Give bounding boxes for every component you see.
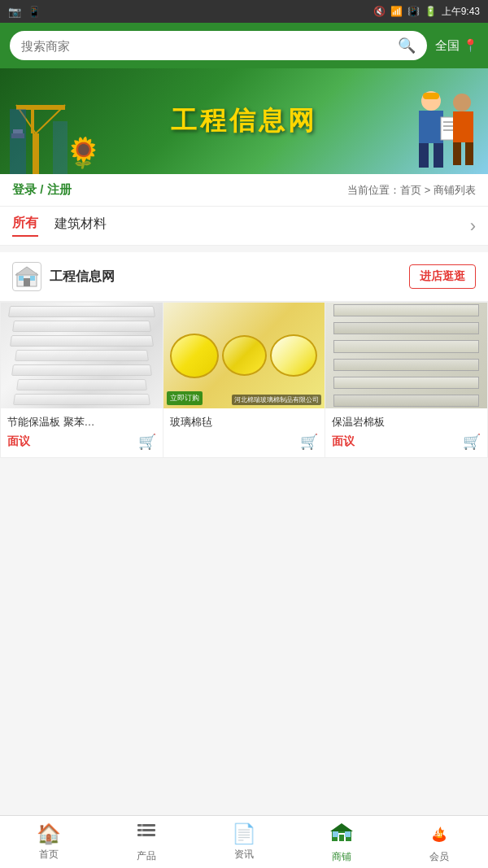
product-price-row: 面议 🛒: [7, 433, 156, 451]
nav-label-products: 产品: [137, 849, 156, 863]
svg-rect-33: [141, 834, 143, 836]
wifi-icon: 📶: [390, 6, 403, 17]
crane-icon: [8, 85, 73, 174]
battery-icon: 🔋: [425, 6, 437, 17]
time-display: 上午9:43: [442, 5, 480, 19]
cart-icon[interactable]: 🛒: [300, 433, 318, 451]
nav-item-news[interactable]: 📄 资讯: [195, 816, 293, 868]
stores-icon: [330, 820, 353, 848]
nav-item-products[interactable]: 产品: [98, 816, 195, 868]
product-price: 面议: [7, 434, 30, 449]
status-left-icons: 📷 📱: [8, 6, 41, 18]
nav-label-member: 会员: [429, 850, 449, 864]
location-label: 全国: [435, 38, 460, 54]
product-grid: 节能保温板 聚苯… 面议 🛒 立即订购 河北棉瑞玻璃棉制品有限公司 玻璃棉毡: [0, 302, 488, 458]
banner-flower: 🌻: [65, 136, 102, 170]
product-info: 节能保温板 聚苯… 面议 🛒: [1, 408, 163, 457]
product-image-insulation: [1, 303, 163, 408]
svg-point-18: [453, 94, 471, 111]
news-icon: 📄: [232, 822, 256, 845]
svg-rect-37: [333, 831, 338, 837]
product-info: 保温岩棉板 面议 🛒: [325, 408, 487, 457]
mute-icon: 🔇: [373, 6, 386, 17]
nav-label-home: 首页: [39, 848, 59, 861]
store-section: 工程信息网 进店逛逛 节能保温板 聚苯… 面议: [0, 252, 488, 458]
search-bar: 🔍 全国 📍: [0, 23, 488, 68]
tab-building-materials[interactable]: 建筑材料: [54, 216, 107, 236]
svg-rect-28: [137, 824, 155, 827]
sim-icon: 📳: [407, 6, 420, 17]
svg-rect-22: [465, 142, 473, 165]
nav-item-member[interactable]: CBI 会员: [390, 816, 488, 868]
product-name: 节能保温板 聚苯…: [7, 415, 156, 430]
product-card[interactable]: 保温岩棉板 面议 🛒: [325, 303, 487, 457]
tab-more-icon[interactable]: ›: [470, 216, 476, 237]
cart-icon[interactable]: 🛒: [463, 433, 481, 451]
nav-label-news: 资讯: [234, 848, 254, 861]
member-icon: CBI: [428, 820, 451, 848]
svg-rect-30: [137, 834, 155, 836]
product-name: 玻璃棉毡: [170, 415, 319, 430]
nav-item-stores[interactable]: 商铺: [293, 816, 390, 868]
product-image-rock-wool: [325, 303, 487, 408]
people-icon: [407, 85, 480, 174]
svg-text:CBI: CBI: [434, 832, 442, 837]
product-name: 保温岩棉板: [332, 415, 481, 430]
svg-rect-26: [19, 276, 24, 281]
product-price-row: 🛒: [170, 433, 319, 451]
location-icon: 📍: [463, 38, 478, 53]
camera-icon: 📷: [8, 6, 21, 18]
search-input-wrap[interactable]: 🔍: [10, 31, 427, 60]
product-card[interactable]: 节能保温板 聚苯… 面议 🛒: [1, 303, 163, 457]
insulation-board-art: [1, 303, 163, 408]
rock-wool-art: [325, 303, 487, 408]
nav-item-home[interactable]: 🏠 首页: [0, 816, 98, 868]
svg-rect-27: [30, 276, 35, 281]
svg-rect-39: [339, 835, 344, 841]
product-company-label: 河北棉瑞玻璃棉制品有限公司: [232, 395, 321, 405]
store-header: 工程信息网 进店逛逛: [0, 252, 488, 302]
svg-rect-7: [10, 109, 26, 174]
empty-content-area: [0, 458, 488, 661]
product-info: 玻璃棉毡 🛒: [163, 408, 325, 457]
bottom-nav-spacer: [0, 661, 488, 714]
svg-rect-0: [33, 133, 39, 174]
banner: 🌻 工程信息网: [0, 68, 488, 174]
phone-icon: 📱: [28, 6, 41, 18]
svg-rect-29: [137, 829, 155, 831]
bottom-nav: 🏠 首页 产品 📄 资讯: [0, 815, 488, 868]
cart-icon[interactable]: 🛒: [138, 433, 156, 451]
status-bar: 📷 📱 🔇 📶 📳 🔋 上午9:43: [0, 0, 488, 23]
svg-rect-38: [345, 831, 351, 837]
svg-rect-12: [419, 143, 429, 168]
store-name-wrap: 工程信息网: [12, 262, 115, 291]
location-wrap[interactable]: 全国 📍: [435, 38, 478, 54]
svg-rect-32: [141, 829, 143, 831]
banner-title: 工程信息网: [171, 103, 317, 139]
visit-store-button[interactable]: 进店逛逛: [409, 264, 476, 289]
nav-label-stores: 商铺: [332, 850, 351, 864]
product-badge: 立即订购: [167, 391, 203, 405]
svg-rect-21: [453, 142, 461, 165]
store-name: 工程信息网: [50, 268, 115, 286]
svg-rect-11: [419, 111, 443, 143]
tab-all[interactable]: 所有: [12, 215, 38, 237]
svg-marker-24: [15, 267, 38, 275]
product-card[interactable]: 立即订购 河北棉瑞玻璃棉制品有限公司 玻璃棉毡 🛒: [163, 303, 325, 457]
search-input[interactable]: [21, 39, 391, 53]
breadcrumb: 当前位置：首页 > 商铺列表: [347, 183, 476, 198]
svg-rect-25: [24, 278, 30, 286]
svg-rect-13: [434, 143, 443, 168]
svg-rect-20: [453, 111, 473, 142]
product-price-row: 面议 🛒: [332, 433, 481, 451]
store-logo-icon: [12, 262, 41, 291]
products-icon: [136, 821, 157, 847]
product-price: 面议: [332, 434, 355, 449]
product-image-glass-wool: 立即订购 河北棉瑞玻璃棉制品有限公司: [163, 303, 325, 408]
status-right-info: 🔇 📶 📳 🔋 上午9:43: [373, 5, 480, 19]
login-register-link[interactable]: 登录 / 注册: [12, 182, 72, 198]
svg-marker-35: [330, 823, 353, 831]
home-icon: 🏠: [37, 822, 61, 845]
nav-bar: 登录 / 注册 当前位置：首页 > 商铺列表: [0, 174, 488, 207]
glass-wool-art: 立即订购 河北棉瑞玻璃棉制品有限公司: [163, 303, 325, 408]
